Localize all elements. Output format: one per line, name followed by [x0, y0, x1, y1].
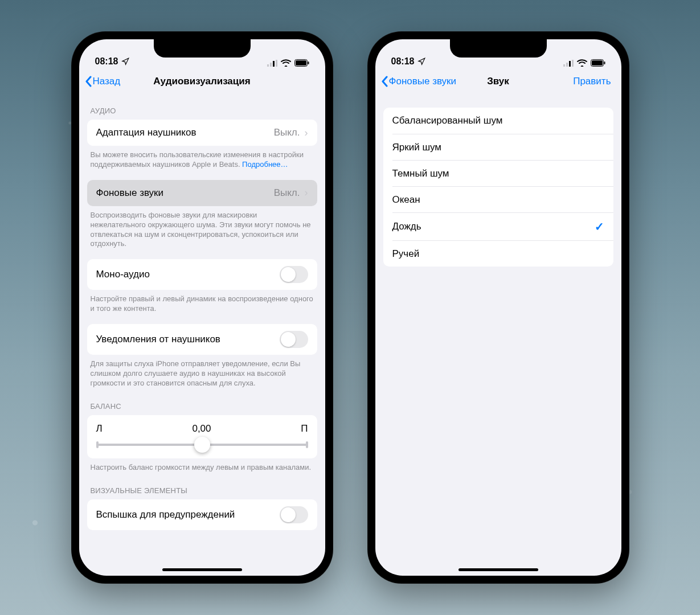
- balance-left-label: Л: [96, 423, 103, 434]
- status-time: 08:18: [391, 56, 415, 67]
- cell-headphone-adaptation[interactable]: Адаптация наушников Выкл. ›: [87, 120, 317, 146]
- svg-rect-2: [273, 61, 275, 67]
- cell-headphone-adaptation-group: Адаптация наушников Выкл. ›: [87, 120, 317, 146]
- sound-option-ocean[interactable]: Океан: [392, 186, 613, 212]
- svg-rect-5: [296, 60, 306, 65]
- cell-label: Вспышка для предупреждений: [96, 509, 235, 520]
- svg-rect-8: [566, 63, 568, 67]
- notch: [154, 39, 251, 58]
- sound-option-dark-noise[interactable]: Темный шум: [392, 160, 613, 186]
- slider-thumb[interactable]: [194, 437, 210, 453]
- status-time: 08:18: [95, 56, 118, 67]
- svg-rect-7: [563, 64, 565, 67]
- footer-headphone-notif: Для защиты слуха iPhone отправляет уведо…: [79, 355, 325, 391]
- sound-list: Сбалансированный шум Яркий шум Темный шу…: [383, 108, 613, 266]
- footer-headphone-adaptation: Вы можете вносить пользовательские измен…: [79, 146, 325, 172]
- section-header-balance: БАЛАНС: [79, 391, 325, 415]
- svg-rect-3: [276, 60, 277, 67]
- phone-left: 08:18 Назад Аудиовизуализация АУДИО Адап…: [71, 31, 333, 584]
- cellular-icon: [267, 60, 277, 67]
- sound-label: Океан: [392, 194, 420, 206]
- cell-value: Выкл.: [274, 127, 300, 138]
- cell-background-sounds[interactable]: Фоновые звуки Выкл. ›: [87, 180, 317, 206]
- battery-icon: [591, 59, 605, 67]
- home-indicator[interactable]: [162, 568, 242, 571]
- balance-slider[interactable]: [96, 444, 308, 446]
- learn-more-link[interactable]: Подробнее…: [242, 160, 288, 169]
- sound-label: Сбалансированный шум: [392, 115, 503, 126]
- screen-right: 08:18 Фоновые звуки Звук Править Сбаланс…: [375, 39, 621, 576]
- chevron-left-icon: [85, 76, 92, 87]
- notch: [450, 39, 547, 58]
- footer-background-sounds: Воспроизводить фоновые звуки для маскиро…: [79, 206, 325, 252]
- cell-mono-audio: Моно-аудио: [87, 259, 317, 290]
- cell-mono-audio-group: Моно-аудио: [87, 259, 317, 290]
- balance-value: 0,00: [103, 423, 301, 434]
- back-button[interactable]: Назад: [85, 76, 121, 87]
- svg-rect-13: [604, 62, 605, 64]
- screen-left: 08:18 Назад Аудиовизуализация АУДИО Адап…: [79, 39, 325, 576]
- checkmark-icon: ✓: [595, 220, 604, 233]
- svg-rect-6: [308, 62, 309, 64]
- sound-option-rain[interactable]: Дождь ✓: [392, 212, 613, 240]
- footer-balance: Настроить баланс громкости между левым и…: [79, 458, 325, 475]
- sound-label: Темный шум: [392, 168, 449, 179]
- cell-label: Уведомления от наушников: [96, 334, 220, 345]
- cell-headphone-notifications: Уведомления от наушников: [87, 324, 317, 355]
- wifi-icon: [577, 59, 587, 67]
- cell-headphone-notif-group: Уведомления от наушников: [87, 324, 317, 355]
- footer-mono-audio: Настройте правый и левый динамик на восп…: [79, 290, 325, 316]
- svg-rect-12: [592, 60, 603, 65]
- location-icon: [121, 58, 129, 65]
- cell-label: Адаптация наушников: [96, 127, 197, 138]
- svg-rect-9: [569, 61, 571, 67]
- back-label: Фоновые звуки: [389, 76, 457, 87]
- nav-bar: Назад Аудиовизуализация: [79, 68, 325, 95]
- edit-button[interactable]: Править: [573, 76, 615, 87]
- cellular-icon: [563, 60, 574, 67]
- balance-right-label: П: [301, 423, 308, 434]
- settings-content[interactable]: АУДИО Адаптация наушников Выкл. › Вы мож…: [79, 95, 325, 576]
- nav-title: Аудиовизуализация: [153, 76, 250, 87]
- back-button[interactable]: Фоновые звуки: [381, 76, 457, 87]
- svg-rect-10: [572, 60, 574, 67]
- svg-rect-0: [267, 64, 269, 67]
- home-indicator[interactable]: [459, 568, 538, 571]
- wifi-icon: [281, 59, 291, 67]
- chevron-right-icon: ›: [305, 127, 308, 139]
- back-label: Назад: [93, 76, 121, 87]
- sound-label: Яркий шум: [392, 142, 442, 153]
- chevron-left-icon: [381, 76, 388, 87]
- cell-label: Моно-аудио: [96, 269, 150, 280]
- cell-label: Фоновые звуки: [96, 187, 164, 199]
- nav-title: Звук: [487, 76, 509, 87]
- headphone-notif-toggle[interactable]: [280, 331, 308, 348]
- location-icon: [417, 58, 425, 65]
- svg-rect-1: [270, 63, 272, 67]
- sound-option-bright-noise[interactable]: Яркий шум: [392, 134, 613, 160]
- mono-audio-toggle[interactable]: [280, 266, 308, 283]
- flash-toggle[interactable]: [280, 506, 308, 523]
- section-header-audio: АУДИО: [79, 95, 325, 120]
- chevron-right-icon: ›: [305, 187, 308, 199]
- cell-flash-group: Вспышка для предупреждений: [87, 499, 317, 530]
- section-header-visual: ВИЗУАЛЬНЫЕ ЭЛЕМЕНТЫ: [79, 475, 325, 499]
- sound-option-balanced-noise[interactable]: Сбалансированный шум: [383, 108, 613, 134]
- sound-label: Дождь: [392, 221, 421, 232]
- nav-bar: Фоновые звуки Звук Править: [375, 68, 621, 95]
- battery-icon: [294, 59, 309, 67]
- balance-control: Л 0,00 П: [87, 415, 317, 458]
- sound-option-stream[interactable]: Ручей: [392, 240, 613, 266]
- sound-label: Ручей: [392, 248, 420, 260]
- cell-flash-alerts: Вспышка для предупреждений: [87, 499, 317, 530]
- cell-background-sounds-group: Фоновые звуки Выкл. ›: [87, 180, 317, 206]
- sound-content[interactable]: Сбалансированный шум Яркий шум Темный шу…: [375, 95, 621, 576]
- phone-right: 08:18 Фоновые звуки Звук Править Сбаланс…: [367, 31, 629, 584]
- cell-value: Выкл.: [274, 187, 300, 199]
